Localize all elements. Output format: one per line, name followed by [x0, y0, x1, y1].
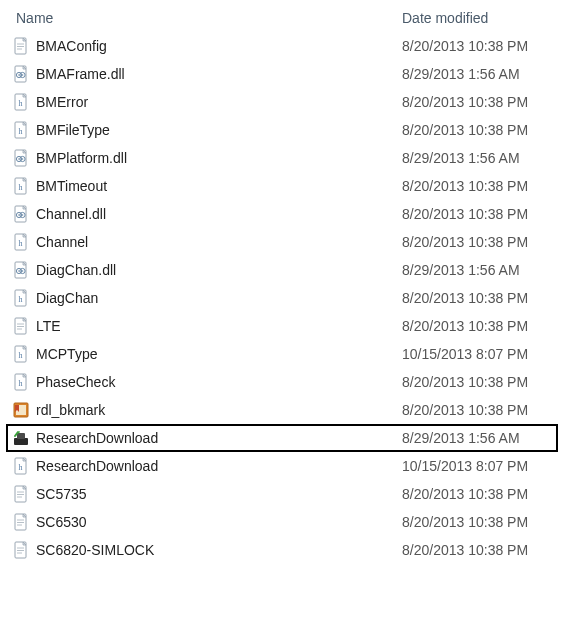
file-row[interactable]: PhaseCheck8/20/2013 10:38 PM [12, 368, 552, 396]
file-name-cell: BMError [12, 93, 402, 111]
file-name-label: BMFileType [36, 122, 110, 138]
file-name-cell: BMFileType [12, 121, 402, 139]
file-name-label: DiagChan [36, 290, 98, 306]
bookmark-file-icon [12, 401, 30, 419]
file-row[interactable]: rdl_bkmark8/20/2013 10:38 PM [12, 396, 552, 424]
file-name-cell: Channel.dll [12, 205, 402, 223]
text-file-icon [12, 485, 30, 503]
dll-file-icon [12, 149, 30, 167]
file-date-cell: 10/15/2013 8:07 PM [402, 346, 552, 362]
file-date-cell: 8/20/2013 10:38 PM [402, 290, 552, 306]
file-date-cell: 8/20/2013 10:38 PM [402, 94, 552, 110]
file-name-cell: SC6820-SIMLOCK [12, 541, 402, 559]
file-name-cell: BMPlatform.dll [12, 149, 402, 167]
dll-file-icon [12, 205, 30, 223]
header-file-icon [12, 373, 30, 391]
column-header-row: Name Date modified [12, 6, 552, 32]
file-date-cell: 8/20/2013 10:38 PM [402, 122, 552, 138]
file-name-label: ResearchDownload [36, 458, 158, 474]
file-date-cell: 8/20/2013 10:38 PM [402, 486, 552, 502]
file-list: Name Date modified BMAConfig8/20/2013 10… [0, 0, 564, 570]
file-date-cell: 8/20/2013 10:38 PM [402, 38, 552, 54]
file-row[interactable]: BMAFrame.dll8/29/2013 1:56 AM [12, 60, 552, 88]
file-name-label: MCPType [36, 346, 97, 362]
header-file-icon [12, 289, 30, 307]
file-rows-container: BMAConfig8/20/2013 10:38 PMBMAFrame.dll8… [12, 32, 552, 564]
file-name-cell: BMAFrame.dll [12, 65, 402, 83]
file-name-cell: ResearchDownload [12, 457, 402, 475]
file-name-label: Channel.dll [36, 206, 106, 222]
file-date-cell: 8/29/2013 1:56 AM [402, 66, 552, 82]
file-name-label: BMAConfig [36, 38, 107, 54]
file-name-cell: Channel [12, 233, 402, 251]
file-name-label: SC6820-SIMLOCK [36, 542, 154, 558]
file-date-cell: 8/20/2013 10:38 PM [402, 234, 552, 250]
file-name-cell: BMTimeout [12, 177, 402, 195]
file-name-label: BMAFrame.dll [36, 66, 125, 82]
file-name-label: PhaseCheck [36, 374, 115, 390]
file-name-cell: PhaseCheck [12, 373, 402, 391]
dll-file-icon [12, 261, 30, 279]
file-date-cell: 8/29/2013 1:56 AM [402, 262, 552, 278]
file-date-cell: 8/29/2013 1:56 AM [402, 430, 552, 446]
header-file-icon [12, 121, 30, 139]
header-file-icon [12, 345, 30, 363]
file-row[interactable]: LTE8/20/2013 10:38 PM [12, 312, 552, 340]
file-date-cell: 8/20/2013 10:38 PM [402, 402, 552, 418]
file-row[interactable]: SC65308/20/2013 10:38 PM [12, 508, 552, 536]
file-name-cell: BMAConfig [12, 37, 402, 55]
header-file-icon [12, 93, 30, 111]
file-date-cell: 8/20/2013 10:38 PM [402, 542, 552, 558]
text-file-icon [12, 541, 30, 559]
file-row[interactable]: ResearchDownload10/15/2013 8:07 PM [12, 452, 552, 480]
column-header-date[interactable]: Date modified [402, 10, 552, 26]
header-file-icon [12, 457, 30, 475]
file-date-cell: 8/20/2013 10:38 PM [402, 514, 552, 530]
file-row[interactable]: DiagChan.dll8/29/2013 1:56 AM [12, 256, 552, 284]
file-name-cell: SC6530 [12, 513, 402, 531]
text-file-icon [12, 513, 30, 531]
file-name-label: BMPlatform.dll [36, 150, 127, 166]
file-row[interactable]: BMPlatform.dll8/29/2013 1:56 AM [12, 144, 552, 172]
file-row[interactable]: BMAConfig8/20/2013 10:38 PM [12, 32, 552, 60]
file-date-cell: 8/29/2013 1:56 AM [402, 150, 552, 166]
file-name-label: ResearchDownload [36, 430, 158, 446]
file-date-cell: 8/20/2013 10:38 PM [402, 374, 552, 390]
file-name-label: DiagChan.dll [36, 262, 116, 278]
header-file-icon [12, 233, 30, 251]
file-date-cell: 10/15/2013 8:07 PM [402, 458, 552, 474]
file-name-label: SC5735 [36, 486, 87, 502]
header-file-icon [12, 177, 30, 195]
file-row[interactable]: Channel8/20/2013 10:38 PM [12, 228, 552, 256]
file-row[interactable]: Channel.dll8/20/2013 10:38 PM [12, 200, 552, 228]
file-name-label: rdl_bkmark [36, 402, 105, 418]
text-file-icon [12, 317, 30, 335]
file-name-cell: DiagChan.dll [12, 261, 402, 279]
file-date-cell: 8/20/2013 10:38 PM [402, 206, 552, 222]
file-date-cell: 8/20/2013 10:38 PM [402, 178, 552, 194]
file-row[interactable]: MCPType10/15/2013 8:07 PM [12, 340, 552, 368]
file-name-label: LTE [36, 318, 61, 334]
file-row[interactable]: BMError8/20/2013 10:38 PM [12, 88, 552, 116]
file-name-cell: DiagChan [12, 289, 402, 307]
file-name-cell: ResearchDownload [12, 429, 402, 447]
exe-file-icon [12, 429, 30, 447]
file-date-cell: 8/20/2013 10:38 PM [402, 318, 552, 334]
file-row[interactable]: BMTimeout8/20/2013 10:38 PM [12, 172, 552, 200]
file-row[interactable]: BMFileType8/20/2013 10:38 PM [12, 116, 552, 144]
file-name-cell: rdl_bkmark [12, 401, 402, 419]
file-name-label: SC6530 [36, 514, 87, 530]
column-header-name[interactable]: Name [12, 10, 402, 26]
file-row[interactable]: SC6820-SIMLOCK8/20/2013 10:38 PM [12, 536, 552, 564]
file-row[interactable]: ResearchDownload8/29/2013 1:56 AM [6, 424, 558, 452]
file-row[interactable]: SC57358/20/2013 10:38 PM [12, 480, 552, 508]
dll-file-icon [12, 65, 30, 83]
file-row[interactable]: DiagChan8/20/2013 10:38 PM [12, 284, 552, 312]
text-file-icon [12, 37, 30, 55]
file-name-label: BMTimeout [36, 178, 107, 194]
file-name-label: Channel [36, 234, 88, 250]
file-name-cell: MCPType [12, 345, 402, 363]
file-name-label: BMError [36, 94, 88, 110]
file-name-cell: SC5735 [12, 485, 402, 503]
file-name-cell: LTE [12, 317, 402, 335]
